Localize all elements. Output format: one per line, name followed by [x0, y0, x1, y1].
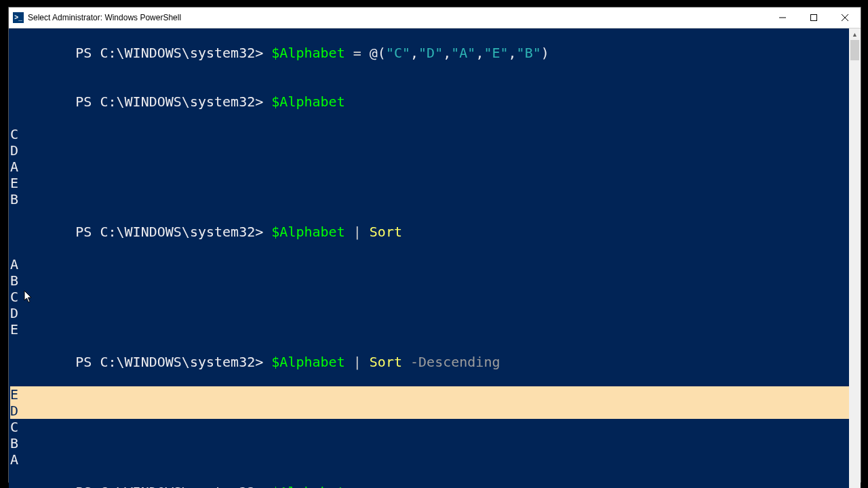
output-line: E	[9, 321, 849, 338]
output-line: C	[9, 289, 849, 305]
output-line: C	[9, 419, 849, 435]
output-line: A	[9, 451, 849, 468]
command-token: Sort	[370, 224, 402, 240]
operator-token: =	[345, 45, 370, 61]
powershell-window: >_ Select Administrator: Windows PowerSh…	[8, 7, 861, 483]
scroll-up-button[interactable]: ▲	[849, 28, 861, 40]
selection-fill	[18, 386, 849, 403]
minimize-icon	[779, 14, 786, 21]
terminal[interactable]: PS C:\WINDOWS\system32> $Alphabet = @("C…	[9, 28, 849, 488]
prompt: PS C:\WINDOWS\system32>	[75, 45, 271, 61]
string-token: "C"	[386, 45, 410, 61]
output-line: B	[9, 435, 849, 451]
punctuation-token: ,	[475, 45, 484, 61]
output-line: B	[9, 272, 849, 289]
maximize-button[interactable]	[798, 7, 829, 28]
output-line-selected: D	[9, 403, 849, 419]
output-line-selected: E	[9, 386, 849, 403]
variable-token: $Alphabet	[271, 354, 344, 370]
variable-token: $Alphabet	[271, 45, 344, 61]
prompt: PS C:\WINDOWS\system32>	[75, 224, 271, 240]
svg-rect-0	[811, 15, 817, 21]
prompt: PS C:\WINDOWS\system32>	[75, 354, 271, 370]
string-token: "E"	[484, 45, 508, 61]
command-token: Sort	[370, 354, 402, 370]
powershell-icon-glyph: >_	[14, 14, 22, 21]
output-line: D	[9, 305, 849, 321]
punctuation-token: ,	[410, 45, 418, 61]
selected-text: D	[10, 403, 18, 419]
pipe-token: |	[345, 224, 370, 240]
selection-fill	[18, 403, 849, 419]
prompt: PS C:\WINDOWS\system32>	[75, 94, 271, 110]
string-token: "B"	[517, 45, 541, 61]
parameter-token: -Descending	[410, 354, 500, 370]
variable-token: $Alphabet	[271, 224, 344, 240]
prompt-line: PS C:\WINDOWS\system32> $Alphabet	[9, 468, 849, 488]
close-icon	[842, 14, 848, 21]
output-line: C	[9, 126, 849, 142]
punctuation-token: ,	[509, 45, 517, 61]
output-line: A	[9, 256, 849, 272]
prompt-line: PS C:\WINDOWS\system32> $Alphabet | Sort	[9, 207, 849, 256]
output-line: D	[9, 142, 849, 159]
output-line: A	[9, 159, 849, 175]
close-button[interactable]	[829, 7, 861, 28]
variable-token: $Alphabet	[271, 484, 344, 488]
prompt-line: PS C:\WINDOWS\system32> $Alphabet = @("C…	[9, 28, 849, 77]
prompt-line: PS C:\WINDOWS\system32> $Alphabet | Sort…	[9, 338, 849, 386]
scrollbar-track[interactable]	[849, 40, 861, 488]
minimize-button[interactable]	[767, 7, 798, 28]
output-line: E	[9, 175, 849, 191]
vertical-scrollbar[interactable]: ▲ ▼	[849, 28, 861, 488]
prompt-line: PS C:\WINDOWS\system32> $Alphabet	[9, 77, 849, 126]
punctuation-token: ,	[443, 45, 451, 61]
variable-token: $Alphabet	[271, 94, 344, 110]
selected-text: E	[10, 386, 18, 403]
window-title: Select Administrator: Windows PowerShell	[28, 13, 181, 22]
punctuation-token: @(	[370, 45, 386, 61]
punctuation-token: )	[541, 45, 549, 61]
titlebar[interactable]: >_ Select Administrator: Windows PowerSh…	[9, 7, 861, 28]
scrollbar-thumb[interactable]	[850, 40, 859, 60]
output-line: B	[9, 191, 849, 207]
string-token: "A"	[451, 45, 475, 61]
pipe-token: |	[345, 354, 370, 370]
maximize-icon	[810, 14, 817, 21]
powershell-icon: >_	[13, 12, 24, 23]
client-area: PS C:\WINDOWS\system32> $Alphabet = @("C…	[9, 28, 861, 488]
string-token: "D"	[418, 45, 443, 61]
prompt: PS C:\WINDOWS\system32>	[75, 484, 271, 488]
